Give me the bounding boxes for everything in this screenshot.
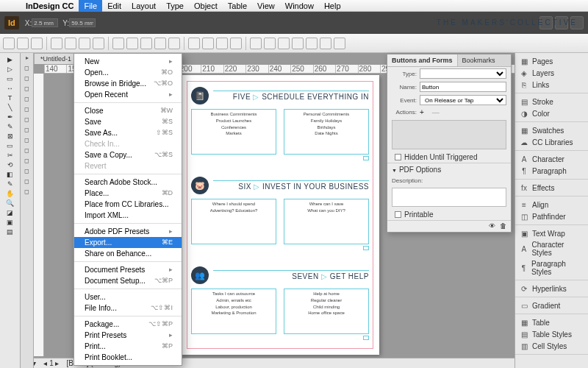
direct-selection-tool-icon[interactable]: ▷ [2,64,18,74]
panel-tab-gradient[interactable]: ▭Gradient [515,300,588,311]
x-field[interactable] [32,18,58,27]
gradient-tool-icon[interactable]: ◧ [2,169,18,179]
view-mode-icon[interactable]: ▤ [2,227,18,236]
printable-checkbox[interactable] [395,211,401,218]
ctrl-btn[interactable] [126,38,138,49]
menu-item[interactable]: Document Presets▸ [74,264,182,275]
actions-list[interactable] [392,120,506,149]
fill-stroke-icon[interactable]: ◪ [2,208,18,217]
tab-buttons-forms[interactable]: Buttons and Forms [387,54,458,66]
menu-item[interactable]: Open...⌘O [74,67,182,78]
mini-tool-icon[interactable]: ◻ [21,65,33,74]
mini-tool-icon[interactable]: ▸ [21,54,33,64]
menu-item[interactable]: User... [74,291,182,302]
menu-item[interactable]: Save⌘S [74,116,182,127]
panel-tab-layers[interactable]: ◈Layers [515,67,588,79]
ctrl-btn[interactable] [264,38,276,49]
hidden-checkbox[interactable] [395,154,401,160]
panel-tab-text-wrap[interactable]: ▣Text Wrap [515,227,588,239]
ctrl-btn[interactable] [112,38,124,49]
event-select[interactable]: On Release or Tap [420,95,506,105]
content-box[interactable]: Business CommitmentsProduct LaunchesConf… [191,109,276,155]
app-menu[interactable]: InDesign CC [21,0,79,12]
ctrl-btn[interactable] [3,38,15,49]
preview-icon[interactable]: 👁 [489,222,495,230]
hand-tool-icon[interactable]: ✋ [2,188,18,198]
menu-item[interactable]: Place from CC Libraries... [74,199,182,210]
ctrl-btn[interactable] [202,38,214,49]
rectangle-frame-tool-icon[interactable]: ⊠ [2,131,18,141]
mini-tool-icon[interactable]: ◻ [21,96,33,105]
ctrl-btn[interactable] [31,38,43,49]
ctrl-btn[interactable] [79,38,90,49]
menu-item[interactable]: New▸ [74,56,182,67]
menu-item[interactable]: Place...⌘D [74,188,182,199]
ctrl-btn[interactable] [292,38,304,49]
disclosure-icon[interactable]: ▼ [392,168,397,173]
mini-tool-icon[interactable]: ◻ [21,127,33,136]
ctrl-btn[interactable] [154,38,166,49]
panel-tab-table-styles[interactable]: ▤Table Styles [515,328,588,340]
mini-tool-icon[interactable]: ◻ [21,116,33,126]
line-tool-icon[interactable]: ╲ [2,102,18,112]
ctrl-btn[interactable] [250,38,262,49]
menu-item[interactable]: Search Adobe Stock... [74,177,182,188]
panel-tab-pathfinder[interactable]: ◫Pathfinder [515,210,588,222]
menu-item[interactable]: Document Setup...⌥⌘P [74,275,182,286]
ctrl-btn[interactable] [65,38,76,49]
rectangle-tool-icon[interactable]: ▭ [2,141,18,150]
panel-tab-character[interactable]: ACharacter [515,153,588,165]
scissors-tool-icon[interactable]: ✂ [2,150,18,160]
ctrl-btn[interactable] [93,38,104,49]
menu-item[interactable]: Print...⌘P [74,341,182,352]
menu-view[interactable]: View [252,0,280,12]
trash-icon[interactable]: 🗑 [500,222,506,230]
mini-tool-icon[interactable]: ◻ [21,106,33,116]
panel-tab-cell-styles[interactable]: ▥Cell Styles [515,340,588,352]
page-tool-icon[interactable]: ▭ [2,74,18,83]
ctrl-btn[interactable] [306,38,318,49]
menu-item[interactable]: Browse in Bridge...⌥⌘O [74,78,182,89]
gap-tool-icon[interactable]: ↔ [2,83,18,93]
panel-tab-cc-libraries[interactable]: ☁CC Libraries [515,136,588,148]
mini-tool-icon[interactable]: ◻ [21,75,33,85]
panel-tab-effects[interactable]: fxEffects [515,182,588,194]
menu-item[interactable]: Save a Copy...⌥⌘S [74,149,182,160]
content-box[interactable]: Tasks I can outsourceAdmin, emails etcLa… [191,289,276,334]
menu-help[interactable]: Help [319,0,346,12]
panel-tab-links[interactable]: ⎘Links [515,79,588,91]
menu-item[interactable]: Import XML... [74,210,182,221]
menu-item[interactable]: Open Recent▸ [74,89,182,100]
buttons-forms-panel[interactable]: Buttons and Forms Bookmarks Type: Name: … [387,54,512,233]
menu-item[interactable]: Export...⌘E [74,237,182,248]
panel-tab-pages[interactable]: ▦Pages [515,55,588,67]
ctrl-btn[interactable] [140,38,152,49]
ctrl-btn[interactable] [334,38,345,49]
panel-tab-swatches[interactable]: ▦Swatches [515,124,588,136]
pen-tool-icon[interactable]: ✒ [2,112,18,121]
content-box[interactable]: Where I should spendAdvertising? Educati… [191,199,276,244]
mini-tool-icon[interactable]: ◻ [21,147,33,157]
content-box[interactable]: Help at homeRegular cleanerChild minding… [284,289,369,334]
checkbox-icon[interactable] [363,336,369,340]
menu-item[interactable]: Adobe PDF Presets▸ [74,226,182,237]
menu-object[interactable]: Object [189,0,223,12]
selection-tool-icon[interactable]: ▶ [2,54,18,64]
eyedropper-tool-icon[interactable]: ✎ [2,179,18,188]
ctrl-btn[interactable] [51,38,62,49]
mini-tool-icon[interactable]: ◻ [21,168,33,177]
menu-file[interactable]: File [79,0,102,12]
y-field[interactable] [69,18,96,27]
panel-tab-stroke[interactable]: ▤Stroke [515,96,588,107]
checkbox-icon[interactable] [363,156,369,160]
panel-tab-paragraph-styles[interactable]: ¶Paragraph Styles [515,258,588,277]
menu-item[interactable]: Close⌘W [74,105,182,116]
menu-item[interactable]: File Info...⌥⇧⌘I [74,302,182,314]
ctrl-btn[interactable] [188,38,200,49]
panel-tab-hyperlinks[interactable]: ⟳Hyperlinks [515,283,588,294]
mini-tool-icon[interactable]: ◻ [21,137,33,146]
add-action-button[interactable]: + [420,108,424,116]
mini-tool-icon[interactable]: ◻ [21,188,33,198]
menu-item[interactable]: Print Presets▸ [74,330,182,341]
ctrl-btn[interactable] [278,38,290,49]
